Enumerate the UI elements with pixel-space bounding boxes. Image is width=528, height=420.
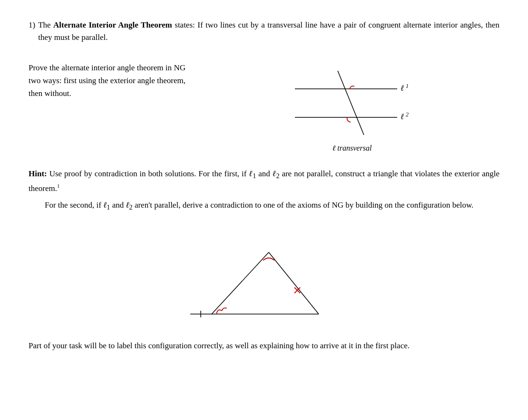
svg-text:2: 2 xyxy=(406,111,409,118)
problem-header: 1) The Alternate Interior Angle Theorem … xyxy=(29,19,499,44)
svg-text:ℓ: ℓ xyxy=(401,84,404,93)
footnote: 1 xyxy=(57,183,60,189)
svg-line-2 xyxy=(338,71,364,135)
hint-section: Hint: Use proof by contradiction in both… xyxy=(29,167,499,194)
svg-text:ℓ: ℓ xyxy=(401,112,404,121)
problem-container: 1) The Alternate Interior Angle Theorem … xyxy=(29,19,499,352)
transversal-label: ℓ transversal xyxy=(332,143,372,154)
hint-text: Use proof by contradiction in both solut… xyxy=(29,169,499,192)
states-text: states: xyxy=(172,20,195,29)
intro-text: The xyxy=(38,20,53,29)
second-hint: For the second, if ℓ1 and ℓ2 aren't para… xyxy=(29,199,499,213)
final-text: Part of your task will be to label this … xyxy=(29,339,499,352)
hint-label: Hint: xyxy=(29,169,47,178)
transversal-diagram: ℓ 1 ℓ 2 xyxy=(276,66,428,140)
svg-line-10 xyxy=(269,252,319,314)
svg-text:1: 1 xyxy=(406,83,409,89)
diagram-container: ℓ 1 ℓ 2 ℓ transversal xyxy=(205,61,499,154)
final-text-content: Part of your task will be to label this … xyxy=(29,341,410,350)
theorem-name: Alternate Interior Angle Theorem xyxy=(53,20,172,29)
problem-number: 1) xyxy=(29,19,35,31)
triangle-section xyxy=(29,226,499,326)
triangle-diagram xyxy=(176,226,352,326)
proof-section: Prove the alternate interior angle theor… xyxy=(29,61,499,154)
proof-instructions: Prove the alternate interior angle theor… xyxy=(29,61,186,100)
svg-line-9 xyxy=(212,252,269,314)
problem-statement: The Alternate Interior Angle Theorem sta… xyxy=(38,19,499,44)
prove-text: Prove the alternate interior angle theor… xyxy=(29,63,186,98)
